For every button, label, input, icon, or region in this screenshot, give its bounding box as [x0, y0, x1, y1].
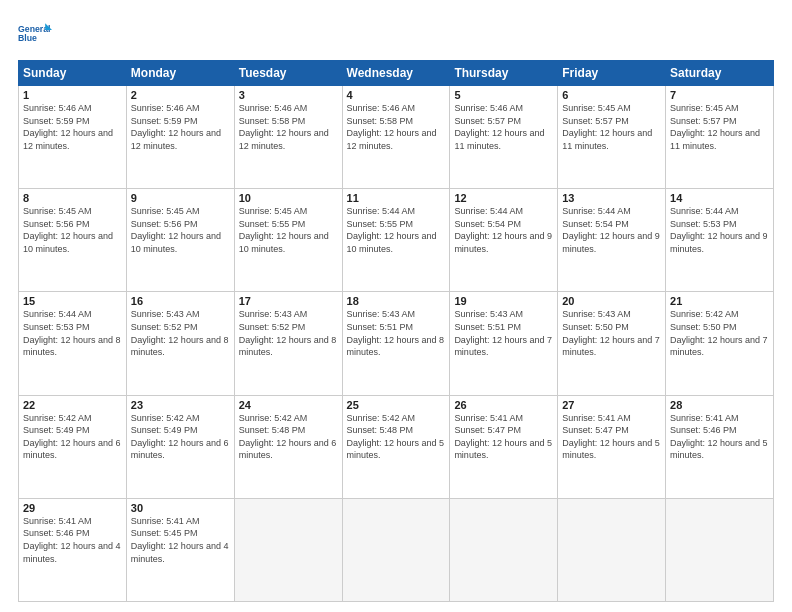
calendar-cell	[558, 498, 666, 601]
day-info: Sunrise: 5:44 AM Sunset: 5:53 PM Dayligh…	[23, 308, 122, 358]
calendar-cell: 20Sunrise: 5:43 AM Sunset: 5:50 PM Dayli…	[558, 292, 666, 395]
day-info: Sunrise: 5:41 AM Sunset: 5:46 PM Dayligh…	[23, 515, 122, 565]
day-info: Sunrise: 5:43 AM Sunset: 5:52 PM Dayligh…	[239, 308, 338, 358]
day-number: 26	[454, 399, 553, 411]
day-info: Sunrise: 5:43 AM Sunset: 5:51 PM Dayligh…	[454, 308, 553, 358]
weekday-tuesday: Tuesday	[234, 61, 342, 86]
day-number: 17	[239, 295, 338, 307]
day-number: 2	[131, 89, 230, 101]
day-info: Sunrise: 5:42 AM Sunset: 5:48 PM Dayligh…	[347, 412, 446, 462]
calendar-cell: 3Sunrise: 5:46 AM Sunset: 5:58 PM Daylig…	[234, 86, 342, 189]
day-number: 30	[131, 502, 230, 514]
day-number: 8	[23, 192, 122, 204]
calendar-cell: 23Sunrise: 5:42 AM Sunset: 5:49 PM Dayli…	[126, 395, 234, 498]
day-info: Sunrise: 5:43 AM Sunset: 5:51 PM Dayligh…	[347, 308, 446, 358]
day-info: Sunrise: 5:44 AM Sunset: 5:55 PM Dayligh…	[347, 205, 446, 255]
logo: General Blue	[18, 16, 52, 50]
day-number: 1	[23, 89, 122, 101]
day-number: 6	[562, 89, 661, 101]
day-info: Sunrise: 5:42 AM Sunset: 5:49 PM Dayligh…	[131, 412, 230, 462]
calendar-cell: 28Sunrise: 5:41 AM Sunset: 5:46 PM Dayli…	[666, 395, 774, 498]
weekday-monday: Monday	[126, 61, 234, 86]
day-number: 19	[454, 295, 553, 307]
weekday-friday: Friday	[558, 61, 666, 86]
day-info: Sunrise: 5:46 AM Sunset: 5:59 PM Dayligh…	[23, 102, 122, 152]
day-number: 21	[670, 295, 769, 307]
day-number: 5	[454, 89, 553, 101]
day-number: 13	[562, 192, 661, 204]
calendar-cell: 26Sunrise: 5:41 AM Sunset: 5:47 PM Dayli…	[450, 395, 558, 498]
day-info: Sunrise: 5:46 AM Sunset: 5:58 PM Dayligh…	[239, 102, 338, 152]
calendar-cell: 12Sunrise: 5:44 AM Sunset: 5:54 PM Dayli…	[450, 189, 558, 292]
day-info: Sunrise: 5:43 AM Sunset: 5:52 PM Dayligh…	[131, 308, 230, 358]
calendar-cell	[342, 498, 450, 601]
day-info: Sunrise: 5:44 AM Sunset: 5:54 PM Dayligh…	[454, 205, 553, 255]
day-number: 3	[239, 89, 338, 101]
calendar-cell: 7Sunrise: 5:45 AM Sunset: 5:57 PM Daylig…	[666, 86, 774, 189]
calendar-body: 1Sunrise: 5:46 AM Sunset: 5:59 PM Daylig…	[19, 86, 774, 602]
day-info: Sunrise: 5:45 AM Sunset: 5:56 PM Dayligh…	[131, 205, 230, 255]
day-info: Sunrise: 5:42 AM Sunset: 5:50 PM Dayligh…	[670, 308, 769, 358]
day-number: 4	[347, 89, 446, 101]
page-header: General Blue	[18, 16, 774, 50]
calendar-cell: 24Sunrise: 5:42 AM Sunset: 5:48 PM Dayli…	[234, 395, 342, 498]
day-number: 11	[347, 192, 446, 204]
day-number: 15	[23, 295, 122, 307]
calendar-cell: 15Sunrise: 5:44 AM Sunset: 5:53 PM Dayli…	[19, 292, 127, 395]
day-number: 12	[454, 192, 553, 204]
day-info: Sunrise: 5:44 AM Sunset: 5:54 PM Dayligh…	[562, 205, 661, 255]
day-number: 20	[562, 295, 661, 307]
calendar-cell: 13Sunrise: 5:44 AM Sunset: 5:54 PM Dayli…	[558, 189, 666, 292]
weekday-header-row: SundayMondayTuesdayWednesdayThursdayFrid…	[19, 61, 774, 86]
day-info: Sunrise: 5:46 AM Sunset: 5:59 PM Dayligh…	[131, 102, 230, 152]
day-number: 23	[131, 399, 230, 411]
day-info: Sunrise: 5:46 AM Sunset: 5:57 PM Dayligh…	[454, 102, 553, 152]
weekday-sunday: Sunday	[19, 61, 127, 86]
calendar-cell: 4Sunrise: 5:46 AM Sunset: 5:58 PM Daylig…	[342, 86, 450, 189]
calendar-cell	[666, 498, 774, 601]
day-info: Sunrise: 5:45 AM Sunset: 5:55 PM Dayligh…	[239, 205, 338, 255]
calendar-cell: 27Sunrise: 5:41 AM Sunset: 5:47 PM Dayli…	[558, 395, 666, 498]
calendar-cell: 21Sunrise: 5:42 AM Sunset: 5:50 PM Dayli…	[666, 292, 774, 395]
calendar-cell: 22Sunrise: 5:42 AM Sunset: 5:49 PM Dayli…	[19, 395, 127, 498]
weekday-thursday: Thursday	[450, 61, 558, 86]
logo-svg: General Blue	[18, 16, 52, 50]
calendar-cell: 14Sunrise: 5:44 AM Sunset: 5:53 PM Dayli…	[666, 189, 774, 292]
day-info: Sunrise: 5:46 AM Sunset: 5:58 PM Dayligh…	[347, 102, 446, 152]
day-number: 10	[239, 192, 338, 204]
day-info: Sunrise: 5:41 AM Sunset: 5:46 PM Dayligh…	[670, 412, 769, 462]
day-number: 29	[23, 502, 122, 514]
weekday-saturday: Saturday	[666, 61, 774, 86]
day-info: Sunrise: 5:42 AM Sunset: 5:49 PM Dayligh…	[23, 412, 122, 462]
calendar-cell: 29Sunrise: 5:41 AM Sunset: 5:46 PM Dayli…	[19, 498, 127, 601]
day-number: 7	[670, 89, 769, 101]
day-number: 28	[670, 399, 769, 411]
calendar-cell: 8Sunrise: 5:45 AM Sunset: 5:56 PM Daylig…	[19, 189, 127, 292]
calendar-cell: 11Sunrise: 5:44 AM Sunset: 5:55 PM Dayli…	[342, 189, 450, 292]
calendar-week-1: 1Sunrise: 5:46 AM Sunset: 5:59 PM Daylig…	[19, 86, 774, 189]
day-info: Sunrise: 5:41 AM Sunset: 5:47 PM Dayligh…	[454, 412, 553, 462]
calendar-cell	[234, 498, 342, 601]
calendar-cell: 18Sunrise: 5:43 AM Sunset: 5:51 PM Dayli…	[342, 292, 450, 395]
calendar-cell: 10Sunrise: 5:45 AM Sunset: 5:55 PM Dayli…	[234, 189, 342, 292]
calendar-cell: 30Sunrise: 5:41 AM Sunset: 5:45 PM Dayli…	[126, 498, 234, 601]
calendar-cell: 5Sunrise: 5:46 AM Sunset: 5:57 PM Daylig…	[450, 86, 558, 189]
calendar-cell: 1Sunrise: 5:46 AM Sunset: 5:59 PM Daylig…	[19, 86, 127, 189]
calendar-cell: 19Sunrise: 5:43 AM Sunset: 5:51 PM Dayli…	[450, 292, 558, 395]
calendar-cell: 16Sunrise: 5:43 AM Sunset: 5:52 PM Dayli…	[126, 292, 234, 395]
day-number: 18	[347, 295, 446, 307]
day-info: Sunrise: 5:45 AM Sunset: 5:56 PM Dayligh…	[23, 205, 122, 255]
calendar-cell: 25Sunrise: 5:42 AM Sunset: 5:48 PM Dayli…	[342, 395, 450, 498]
calendar-cell: 6Sunrise: 5:45 AM Sunset: 5:57 PM Daylig…	[558, 86, 666, 189]
svg-text:Blue: Blue	[18, 33, 37, 43]
day-info: Sunrise: 5:41 AM Sunset: 5:47 PM Dayligh…	[562, 412, 661, 462]
calendar-cell: 2Sunrise: 5:46 AM Sunset: 5:59 PM Daylig…	[126, 86, 234, 189]
day-info: Sunrise: 5:44 AM Sunset: 5:53 PM Dayligh…	[670, 205, 769, 255]
day-info: Sunrise: 5:43 AM Sunset: 5:50 PM Dayligh…	[562, 308, 661, 358]
calendar-week-2: 8Sunrise: 5:45 AM Sunset: 5:56 PM Daylig…	[19, 189, 774, 292]
day-number: 25	[347, 399, 446, 411]
day-number: 16	[131, 295, 230, 307]
calendar-cell	[450, 498, 558, 601]
weekday-wednesday: Wednesday	[342, 61, 450, 86]
calendar-week-4: 22Sunrise: 5:42 AM Sunset: 5:49 PM Dayli…	[19, 395, 774, 498]
